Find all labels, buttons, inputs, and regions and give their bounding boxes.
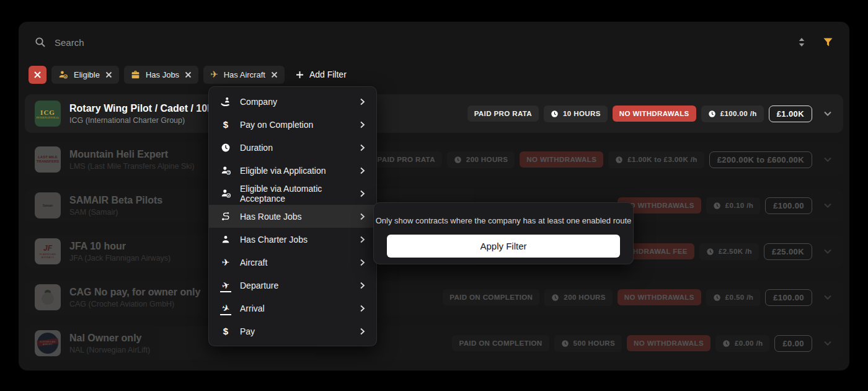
menu-item-has-route-jobs[interactable]: Has Route Jobs	[209, 205, 376, 228]
menu-item-duration[interactable]: Duration	[209, 136, 376, 159]
chevron-right-icon	[358, 190, 366, 197]
clock-icon	[615, 156, 623, 164]
menu-item-pay-on-completion[interactable]: $ Pay on Completion	[209, 113, 376, 136]
add-filter-label: Add Filter	[309, 70, 347, 79]
menu-item-label: Pay on Completion	[240, 120, 313, 130]
filter-chip-has-aircraft[interactable]: ✈ Has Aircraft	[203, 66, 285, 84]
chevron-right-icon	[358, 236, 366, 243]
filter-chip-eligible[interactable]: Eligible	[51, 66, 119, 84]
menu-item-aircraft[interactable]: ✈ Aircraft	[209, 251, 376, 274]
close-icon[interactable]	[105, 71, 112, 78]
rate-badge: £0.50 /h	[706, 289, 760, 306]
search-icon	[35, 37, 46, 48]
close-icon[interactable]	[185, 71, 192, 78]
contract-company: CAG (Crochet Aviation GmbH)	[69, 300, 200, 308]
rate-badge: £100.00 /h	[701, 106, 764, 122]
menu-item-label: Has Charter Jobs	[240, 235, 308, 245]
contract-title: SAMAIR Beta Pilots	[69, 195, 162, 206]
popover-description: Only show contracts where the company ha…	[374, 216, 633, 225]
pay-mode-badge: PAID ON COMPLETION	[443, 289, 539, 305]
badge-group: PAID PRO RATA 200 HOURS NO WITHDRAWALS £…	[370, 151, 812, 168]
chevron-down-icon[interactable]	[822, 292, 833, 303]
close-icon[interactable]	[271, 71, 278, 78]
clock-icon	[454, 156, 462, 164]
chevron-down-icon[interactable]	[822, 154, 833, 165]
company-logo: JF FLANNIGAN AIRWAYS	[35, 238, 61, 264]
total-pay-badge: £0.00	[774, 335, 812, 352]
menu-item-label: Eligible via Automatic Acceptance	[240, 184, 350, 204]
chevron-right-icon	[358, 121, 366, 128]
contract-company: NAL (Norwegian AirLift)	[69, 346, 150, 354]
total-pay-badge: £1.00K	[769, 106, 812, 122]
chevron-right-icon	[358, 282, 366, 289]
search-bar	[19, 22, 849, 63]
contracts-panel: Eligible Has Jobs ✈	[19, 22, 849, 371]
pay-mode-badge: PAID PRO RATA	[467, 106, 539, 122]
contract-company: ICG (International Charter Group)	[69, 116, 226, 125]
plane-takeoff-icon: ✈	[219, 280, 232, 291]
plane-icon: ✈	[210, 69, 218, 80]
menu-item-label: Eligible via Application	[240, 166, 326, 176]
menu-item-company[interactable]: Company	[209, 90, 376, 113]
menu-item-label: Has Route Jobs	[240, 212, 302, 222]
menu-item-pay[interactable]: $ Pay	[209, 320, 376, 343]
briefcase-icon	[131, 70, 140, 79]
clock-icon	[713, 202, 721, 210]
apply-filter-button[interactable]: Apply Filter	[387, 235, 620, 258]
total-pay-badge: £25.00K	[764, 243, 812, 260]
filter-chip-has-jobs[interactable]: Has Jobs	[124, 66, 198, 84]
rate-badge: £0.00 /h	[715, 335, 769, 352]
sort-icon[interactable]	[797, 37, 807, 48]
chevron-down-icon[interactable]	[822, 246, 833, 257]
rate-badge: £0.10 /h	[706, 197, 760, 214]
contract-row[interactable]: LAST MILE TRANSFERS Mountain Heli Expert…	[25, 143, 843, 176]
company-logo: ICG INTERNATIONAL	[35, 101, 61, 127]
dollar-icon: $	[219, 119, 232, 130]
person-check-icon	[58, 70, 68, 79]
chevron-right-icon	[358, 305, 366, 312]
filter-chip-label: Eligible	[74, 70, 100, 79]
pay-mode-badge: PAID PRO RATA	[370, 151, 441, 168]
badge-group: PAID ON COMPLETION 200 HOURS NO WITHDRAW…	[443, 289, 812, 306]
plus-icon	[296, 71, 304, 79]
contract-title: Mountain Heli Expert	[69, 149, 194, 160]
clock-icon	[561, 339, 569, 348]
hours-badge: 500 HOURS	[554, 335, 622, 352]
hours-badge: 200 HOURS	[447, 151, 515, 168]
menu-item-eligible-via-application[interactable]: ? Eligible via Application	[209, 159, 376, 182]
withdrawals-badge: NO WITHDRAWALS	[520, 151, 603, 168]
menu-item-eligible-via-automatic-acceptance[interactable]: Eligible via Automatic Acceptance	[209, 182, 376, 205]
clock-icon	[722, 339, 730, 348]
filter-chip-label: Has Jobs	[146, 70, 179, 79]
chevron-down-icon[interactable]	[822, 200, 833, 211]
filter-funnel-icon[interactable]	[823, 37, 833, 47]
hours-badge: 200 HOURS	[544, 289, 613, 306]
company-logo	[35, 284, 61, 310]
plane-icon: ✈	[219, 257, 232, 268]
contract-company: LMS (Last Mile Transfers Alpine Ski)	[69, 162, 194, 171]
contract-row[interactable]: CAG No pay, for owner only CAG (Crochet …	[25, 281, 843, 314]
badge-group: PAID PRO RATA 10 HOURS NO WITHDRAWALS £1…	[467, 106, 812, 122]
clock-icon	[551, 294, 559, 302]
rate-badge: £2.50K /h	[699, 243, 759, 260]
clear-filters-button[interactable]	[29, 66, 46, 84]
withdrawals-badge: NO WITHDRAWALS	[618, 289, 701, 305]
company-logo: NORWEGIAN AIRLIFT	[35, 330, 61, 356]
clock-icon	[708, 110, 716, 118]
contract-row[interactable]: ICG INTERNATIONAL Rotary Wing Pilot / Ca…	[25, 94, 843, 133]
chevron-right-icon	[358, 213, 366, 220]
menu-item-has-charter-jobs[interactable]: Has Charter Jobs	[209, 228, 376, 251]
menu-item-label: Aircraft	[240, 258, 267, 267]
search-input[interactable]	[55, 37, 784, 48]
plane-landing-icon: ✈	[219, 303, 232, 314]
contract-row[interactable]: NORWEGIAN AIRLIFT Nal Owner only NAL (No…	[25, 326, 843, 360]
menu-item-arrival[interactable]: ✈ Arrival	[209, 297, 376, 320]
chevron-right-icon	[358, 98, 366, 106]
withdrawals-badge: NO WITHDRAWALS	[613, 106, 696, 122]
menu-item-departure[interactable]: ✈ Departure	[209, 274, 376, 297]
badge-group: WITHDRAWAL FEE £2.50K /h £25.00K	[613, 243, 812, 260]
chevron-down-icon[interactable]	[822, 338, 833, 349]
chevron-down-icon[interactable]	[822, 108, 833, 119]
badge-group: PAID ON COMPLETION 500 HOURS NO WITHDRAW…	[452, 335, 812, 352]
add-filter-button[interactable]: Add Filter	[296, 70, 347, 79]
